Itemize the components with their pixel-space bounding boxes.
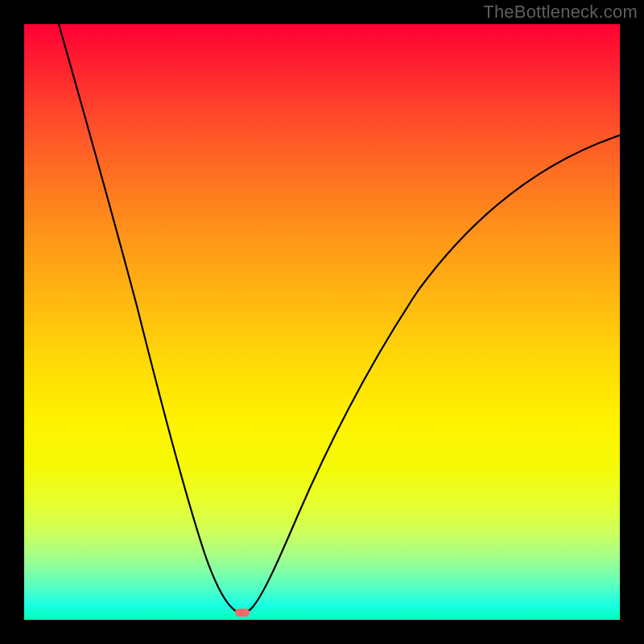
optimum-marker — [235, 609, 250, 617]
chart-frame: TheBottleneck.com — [0, 0, 644, 644]
curve-right-branch — [253, 135, 620, 607]
plot-area — [24, 24, 620, 620]
watermark-text: TheBottleneck.com — [483, 2, 638, 23]
curve-left-branch — [59, 24, 232, 608]
bottleneck-curve — [24, 24, 620, 620]
